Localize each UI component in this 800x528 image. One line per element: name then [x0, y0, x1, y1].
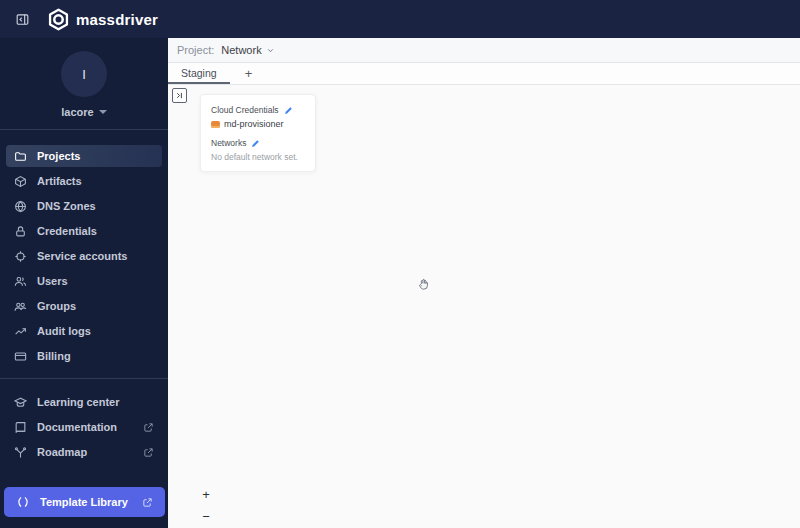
sidebar-item-users[interactable]: Users — [6, 270, 162, 292]
sidebar-collapse-button[interactable] — [13, 10, 31, 28]
project-label: Project: — [177, 44, 214, 56]
edit-pencil-icon[interactable] — [251, 139, 260, 148]
cloud-provider-icon — [211, 121, 220, 128]
brand-logo[interactable]: massdriver — [47, 8, 158, 31]
branch-icon — [14, 445, 28, 459]
sidebar-item-label: Service accounts — [37, 250, 128, 262]
divider — [0, 129, 168, 130]
template-library-label: Template Library — [40, 496, 128, 508]
zoom-out-button[interactable]: − — [198, 509, 214, 525]
primary-nav: Projects Artifacts DNS Zones Credentials… — [0, 145, 168, 367]
sidebar-item-label: Roadmap — [37, 446, 87, 458]
globe-icon — [14, 199, 28, 213]
folder-icon — [14, 149, 28, 163]
avatar[interactable]: I — [61, 51, 107, 97]
sidebar-item-dns-zones[interactable]: DNS Zones — [6, 195, 162, 217]
massdriver-hexagon-icon — [47, 8, 70, 31]
project-header: Project: Network — [168, 38, 800, 63]
brand-name: massdriver — [76, 11, 158, 28]
external-link-icon — [143, 422, 154, 433]
profile-section: I lacore — [0, 38, 168, 118]
divider — [0, 378, 168, 379]
add-environment-button[interactable]: + — [234, 63, 264, 84]
sidebar-item-label: DNS Zones — [37, 200, 96, 212]
sidebar-item-label: Documentation — [37, 421, 117, 433]
sidebar-item-projects[interactable]: Projects — [6, 145, 162, 167]
environment-defaults-card[interactable]: Cloud Credentials md-provisioner Network… — [200, 94, 316, 172]
graduation-cap-icon — [14, 395, 28, 409]
chart-line-icon — [14, 324, 28, 338]
zoom-in-button[interactable]: + — [198, 487, 214, 503]
code-parens-icon — [16, 495, 30, 509]
template-library-button[interactable]: Template Library — [4, 487, 165, 517]
tab-label: Staging — [181, 67, 217, 79]
sidebar-item-artifacts[interactable]: Artifacts — [6, 170, 162, 192]
panel-expand-icon — [175, 91, 184, 100]
sidebar-item-label: Groups — [37, 300, 76, 312]
package-icon — [14, 174, 28, 188]
sidebar-item-label: Audit logs — [37, 325, 91, 337]
edit-pencil-icon[interactable] — [284, 106, 293, 115]
sidebar-item-audit-logs[interactable]: Audit logs — [6, 320, 162, 342]
panel-collapse-icon — [15, 12, 30, 27]
sidebar-item-label: Artifacts — [37, 175, 82, 187]
sidebar-item-label: Projects — [37, 150, 80, 162]
chevron-down-icon — [266, 46, 275, 55]
environment-tabs: Staging + — [168, 63, 800, 85]
secondary-nav: Learning center Documentation Roadmap — [0, 391, 168, 463]
sidebar-item-learning-center[interactable]: Learning center — [6, 391, 162, 413]
sidebar-item-documentation[interactable]: Documentation — [6, 416, 162, 438]
zoom-controls: + − — [198, 487, 214, 528]
grab-hand-cursor-icon — [417, 277, 431, 291]
org-switcher[interactable]: lacore — [61, 106, 106, 118]
sidebar-item-label: Credentials — [37, 225, 97, 237]
panel-expand-button[interactable] — [172, 88, 187, 103]
avatar-letter: I — [82, 67, 86, 82]
users-icon — [14, 274, 28, 288]
cloud-credentials-label: Cloud Credentials — [211, 105, 279, 115]
project-value: Network — [221, 44, 261, 56]
external-link-icon — [142, 497, 153, 508]
lock-icon — [14, 224, 28, 238]
chevron-down-icon — [99, 110, 107, 114]
diagram-canvas[interactable]: Cloud Credentials md-provisioner Network… — [168, 86, 800, 528]
sidebar-item-label: Learning center — [37, 396, 120, 408]
groups-icon — [14, 299, 28, 313]
book-icon — [14, 420, 28, 434]
cloud-credentials-value: md-provisioner — [224, 119, 284, 129]
project-dropdown[interactable]: Network — [221, 44, 274, 56]
sidebar-item-billing[interactable]: Billing — [6, 345, 162, 367]
credit-card-icon — [14, 349, 28, 363]
sidebar-item-service-accounts[interactable]: Service accounts — [6, 245, 162, 267]
sidebar-item-roadmap[interactable]: Roadmap — [6, 441, 162, 463]
sidebar-item-label: Billing — [37, 350, 71, 362]
sidebar-item-groups[interactable]: Groups — [6, 295, 162, 317]
sidebar-item-credentials[interactable]: Credentials — [6, 220, 162, 242]
networks-label: Networks — [211, 138, 246, 148]
external-link-icon — [143, 447, 154, 458]
main-area: Project: Network Staging + Cloud Credent… — [168, 38, 800, 528]
networks-empty-text: No default network set. — [211, 152, 305, 162]
crosshair-icon — [14, 249, 28, 263]
org-name: lacore — [61, 106, 93, 118]
sidebar: I lacore Projects Artifacts DNS Zones — [0, 38, 168, 528]
tab-staging[interactable]: Staging — [168, 63, 230, 84]
topbar: massdriver — [0, 0, 800, 38]
sidebar-item-label: Users — [37, 275, 68, 287]
